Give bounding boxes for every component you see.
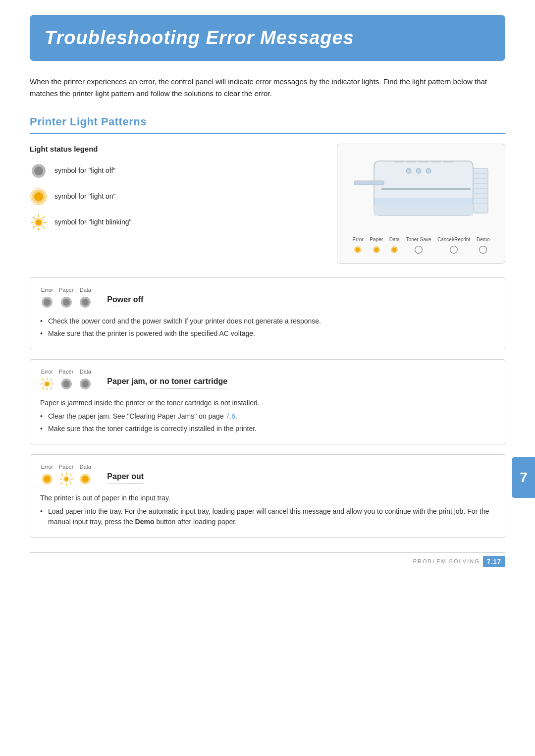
svg-point-23 (416, 168, 421, 173)
svg-point-64 (82, 380, 89, 387)
error-title-paper-out: Paper out (107, 471, 144, 484)
error-block-paper-out: Error Paper (30, 454, 505, 538)
panel-error: Error (352, 236, 363, 254)
panel-cancel-reprint: Cancel/Reprint (437, 236, 470, 254)
error-header-power-off: Error Paper Data (40, 286, 495, 311)
light-paper-blink-icon (59, 472, 73, 486)
panel-toner-save: Toner Save (406, 236, 431, 254)
svg-point-41 (392, 248, 396, 252)
panel-label-error: Error (352, 236, 363, 243)
page-link-7-6[interactable]: 7.6 (226, 412, 235, 420)
svg-line-11 (33, 216, 35, 218)
error-bullets-power-off: Check the power cord and the power switc… (40, 316, 495, 339)
legend-item-blink: symbol for "light blinking" (30, 214, 260, 231)
light-error-blink-icon (40, 377, 54, 391)
svg-point-52 (45, 382, 49, 386)
svg-rect-35 (374, 205, 473, 216)
printer-side: Error Paper Data (275, 144, 505, 264)
light-group-paper-blink: Paper (59, 463, 73, 486)
title-banner: Troubleshooting Error Messages (30, 15, 505, 61)
svg-line-14 (33, 226, 35, 228)
svg-line-12 (43, 226, 45, 228)
intro-text: When the printer experiences an error, t… (30, 76, 505, 100)
page-footer: PROBLEM SOLVING 7.17 (30, 552, 505, 568)
panel-data: Data (389, 236, 400, 254)
light-patterns-section: Light status legend symbol for "light of… (30, 144, 505, 264)
svg-point-62 (63, 380, 70, 387)
light-label-paper: Paper (59, 286, 73, 294)
svg-line-74 (70, 483, 71, 484)
light-label-paper-blink: Paper (59, 463, 73, 471)
svg-point-44 (480, 246, 487, 253)
svg-point-68 (64, 477, 68, 481)
light-data-on-icon (78, 472, 92, 486)
light-label-data-on: Data (80, 463, 91, 471)
light-group-error-on: Error (40, 463, 54, 486)
panel-row: Error Paper Data (344, 234, 498, 256)
panel-light-data (390, 245, 399, 254)
footer-label: PROBLEM SOLVING (413, 557, 480, 566)
light-data-off2-icon (78, 377, 92, 391)
panel-label-demo: Demo (477, 236, 490, 243)
panel-demo: Demo (477, 236, 490, 254)
printer-illustration (344, 151, 498, 230)
svg-point-46 (44, 299, 51, 306)
error-desc-paper-out: The printer is out of paper in the input… (40, 493, 495, 503)
panel-label-data: Data (389, 236, 400, 243)
error-bullets-paper-jam: Clear the paper jam. See "Clearing Paper… (40, 411, 495, 434)
svg-point-50 (82, 299, 89, 306)
light-group-paper-off2: Paper (59, 368, 73, 391)
svg-point-6 (36, 219, 42, 225)
light-label-error: Error (41, 286, 53, 294)
panel-label-paper: Paper (370, 236, 383, 243)
light-off-icon (30, 162, 48, 180)
svg-point-66 (44, 476, 51, 483)
panel-label-toner-save: Toner Save (406, 236, 431, 243)
svg-line-13 (43, 216, 45, 218)
panel-light-error (353, 245, 362, 254)
panel-label-cancel-reprint: Cancel/Reprint (437, 236, 470, 243)
svg-rect-26 (473, 168, 488, 213)
panel-paper: Paper (370, 236, 383, 254)
svg-point-42 (415, 246, 423, 253)
bullet-paper-jam-2: Make sure that the toner cartridge is co… (40, 424, 495, 434)
svg-rect-25 (381, 188, 471, 190)
light-error-off-icon (40, 295, 54, 309)
panel-light-cancel-reprint (449, 245, 458, 254)
error-title-power-off: Power off (107, 294, 143, 307)
error-desc-paper-jam: Paper is jammed inside the printer or th… (40, 398, 495, 408)
svg-point-48 (63, 299, 70, 306)
error-lights-paper-jam: Error Paper (40, 368, 92, 391)
light-group-data-on: Data (78, 463, 92, 486)
light-label-error-blink: Error (41, 368, 53, 376)
error-title-area-paper-jam: Paper jam, or no toner cartridge (107, 368, 495, 393)
light-data-off-icon (78, 295, 92, 309)
svg-point-78 (82, 476, 89, 483)
bullet-power-off-2: Make sure that the printer is powered wi… (40, 328, 495, 339)
light-group-data-off: Data (78, 286, 92, 310)
panel-light-paper (372, 245, 381, 254)
svg-point-39 (374, 248, 378, 252)
svg-line-57 (42, 379, 44, 380)
page: Troubleshooting Error Messages When the … (0, 0, 535, 597)
error-title-area-power-off: Power off (107, 286, 495, 311)
panel-light-demo (479, 245, 487, 254)
error-block-power-off: Error Paper Data (30, 277, 505, 349)
panel-light-toner-save (414, 245, 423, 254)
light-group-paper-off: Paper (59, 286, 73, 310)
page-title: Troubleshooting Error Messages (45, 24, 490, 52)
error-header-paper-jam: Error Paper (40, 368, 495, 393)
legend-label-blink: symbol for "light blinking" (54, 217, 131, 227)
light-group-error-blink: Error (40, 368, 54, 391)
light-label-error-on: Error (41, 463, 53, 471)
svg-point-3 (34, 192, 43, 201)
bullet-power-off-1: Check the power cord and the power switc… (40, 316, 495, 326)
svg-point-43 (450, 246, 458, 253)
light-group-error-off: Error (40, 286, 54, 310)
bullet-paper-jam-1: Clear the paper jam. See "Clearing Paper… (40, 411, 495, 422)
svg-line-73 (61, 474, 63, 476)
svg-line-59 (51, 379, 52, 380)
section-heading: Printer Light Patterns (30, 113, 505, 134)
light-paper-off2-icon (59, 377, 73, 391)
light-paper-off-icon (59, 295, 73, 309)
